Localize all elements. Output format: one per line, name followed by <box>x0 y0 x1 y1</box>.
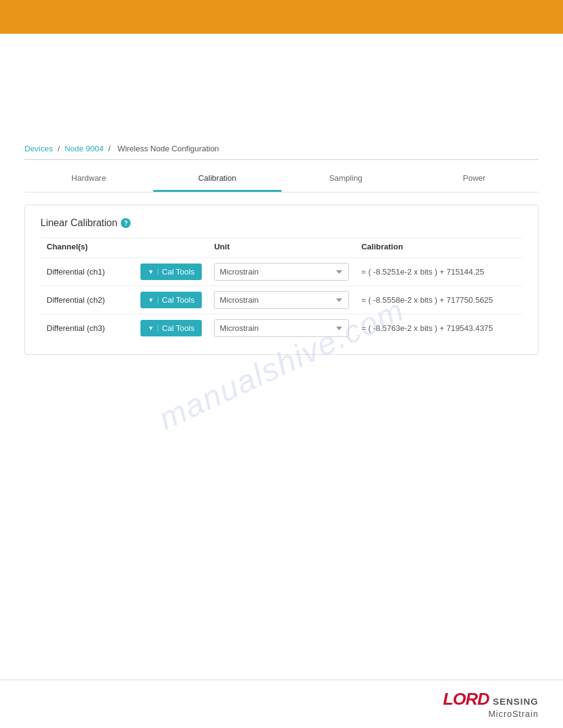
unit-select-ch2[interactable]: Microstrain Strain Volts mV/V None <box>214 291 349 309</box>
breadcrumb-divider <box>25 159 538 160</box>
breadcrumb-separator-2: / <box>108 144 110 153</box>
tab-power[interactable]: Power <box>410 166 539 192</box>
cal-tools-label-ch2: Cal Tools <box>162 295 194 305</box>
cal-tools-cell-ch3: ▼ Cal Tools <box>134 314 208 343</box>
calibration-table: Channel(s) Unit Calibration Differential… <box>40 238 523 342</box>
cal-tools-label-ch1: Cal Tools <box>162 267 194 276</box>
formula-cell-ch1: = ( -8.5251e-2 x bits ) + 715144.25 <box>355 258 523 286</box>
calibration-section: Linear Calibration ? Channel(s) Unit Cal… <box>25 205 538 355</box>
cal-tools-cell-ch2: ▼ Cal Tools <box>134 286 208 314</box>
cal-tools-button-ch3[interactable]: ▼ Cal Tools <box>140 320 202 336</box>
cal-tools-button-ch1[interactable]: ▼ Cal Tools <box>140 264 202 280</box>
unit-cell-ch3: Microstrain Strain Volts mV/V None <box>208 314 355 343</box>
calibration-formula-ch1: = ( -8.5251e-2 x bits ) + 715144.25 <box>361 267 484 276</box>
chevron-icon-ch1: ▼ <box>148 268 158 275</box>
breadcrumb-current: Wireless Node Configuration <box>118 144 219 153</box>
section-title: Linear Calibration ? <box>40 218 523 229</box>
breadcrumb-node-link[interactable]: Node 9004 <box>64 144 104 153</box>
section-title-text: Linear Calibration <box>40 218 117 229</box>
chevron-icon-ch2: ▼ <box>148 297 158 303</box>
top-bar <box>0 0 563 34</box>
table-row: Differential (ch2) ▼ Cal Tools Microstra… <box>40 286 523 314</box>
formula-cell-ch3: = ( -8.5763e-2 x bits ) + 719543.4375 <box>355 314 523 343</box>
col-header-unit-spacer <box>134 238 208 258</box>
formula-cell-ch2: = ( -8.5558e-2 x bits ) + 717750.5625 <box>355 286 523 314</box>
cal-tools-label-ch3: Cal Tools <box>162 324 194 333</box>
channel-label-ch2: Differential (ch2) <box>40 286 134 314</box>
col-header-unit: Unit <box>208 238 355 258</box>
table-row: Differential (ch1) ▼ Cal Tools Microstra… <box>40 258 523 286</box>
channel-label-ch1: Differential (ch1) <box>40 258 134 286</box>
unit-cell-ch2: Microstrain Strain Volts mV/V None <box>208 286 355 314</box>
tab-calibration[interactable]: Calibration <box>153 166 282 192</box>
content-area: Devices / Node 9004 / Wireless Node Conf… <box>0 34 563 367</box>
tab-sampling[interactable]: Sampling <box>282 166 410 192</box>
unit-select-ch3[interactable]: Microstrain Strain Volts mV/V None <box>214 319 349 337</box>
unit-cell-ch1: Microstrain Strain Volts mV/V None <box>208 258 355 286</box>
tabs-container: Hardware Calibration Sampling Power <box>25 166 538 192</box>
col-header-calibration: Calibration <box>355 238 523 258</box>
breadcrumb-devices-link[interactable]: Devices <box>25 144 53 153</box>
help-icon[interactable]: ? <box>121 218 131 228</box>
cal-tools-cell-ch1: ▼ Cal Tools <box>134 258 208 286</box>
calibration-formula-ch3: = ( -8.5763e-2 x bits ) + 719543.4375 <box>361 324 493 333</box>
calibration-formula-ch2: = ( -8.5558e-2 x bits ) + 717750.5625 <box>361 295 493 305</box>
breadcrumb: Devices / Node 9004 / Wireless Node Conf… <box>25 144 538 153</box>
cal-tools-button-ch2[interactable]: ▼ Cal Tools <box>140 292 202 308</box>
table-row: Differential (ch3) ▼ Cal Tools Microstra… <box>40 314 523 343</box>
chevron-icon-ch3: ▼ <box>148 325 158 332</box>
unit-select-ch1[interactable]: Microstrain Strain Volts mV/V None <box>214 263 349 281</box>
breadcrumb-separator-1: / <box>58 144 60 153</box>
col-header-channels: Channel(s) <box>40 238 134 258</box>
channel-label-ch3: Differential (ch3) <box>40 314 134 343</box>
tab-hardware[interactable]: Hardware <box>25 166 153 192</box>
